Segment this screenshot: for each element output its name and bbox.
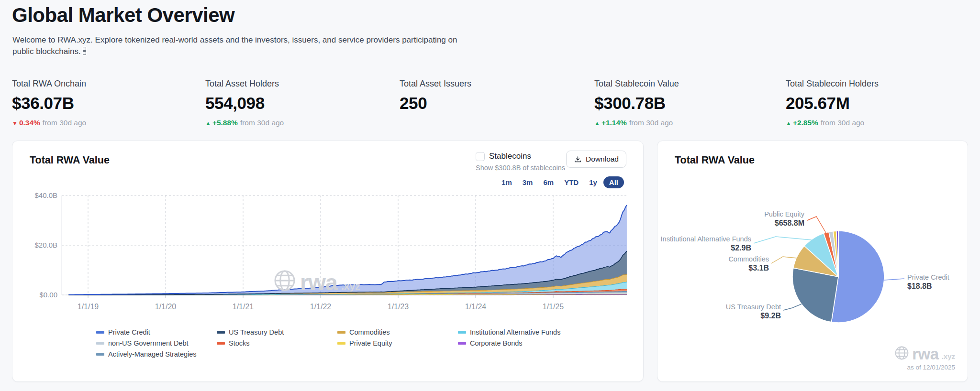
up-arrow-icon: ▲ [205, 120, 211, 127]
legend-swatch-icon [217, 342, 225, 345]
stat-delta: ▲+5.88% [205, 119, 238, 127]
stat-label: Total Asset Holders [205, 79, 397, 89]
legend-item: Private Credit [96, 328, 217, 336]
legend-label: Commodities [349, 328, 390, 336]
legend-label: Stocks [229, 339, 250, 347]
range-button-3m[interactable]: 3m [518, 176, 537, 188]
y-axis-tick: $40.0B [34, 191, 57, 199]
pie-label-name: US Treasury Debt [726, 303, 781, 311]
pie-card-title: Total RWA Value [675, 154, 755, 166]
pie-label-name: Private Credit [907, 273, 949, 281]
stat-value: 205.67M [786, 94, 977, 113]
pie-slice-private-credit [831, 231, 884, 323]
stat-total-asset-holders: Total Asset Holders 554,098 ▲+5.88%from … [205, 79, 397, 127]
legend-swatch-icon [96, 331, 104, 334]
stat-total-stablecoin-value: Total Stablecoin Value $300.78B ▲+1.14%f… [594, 79, 786, 127]
stat-total-stablecoin-holders: Total Stablecoin Holders 205.67M ▲+2.85%… [786, 79, 977, 127]
stat-delta-suffix: from 30d ago [629, 119, 673, 127]
stat-value: $300.78B [594, 94, 786, 113]
global-market-overview-page: Global Market Overview Welcome to RWA.xy… [0, 0, 980, 391]
up-arrow-icon: ▲ [594, 120, 600, 127]
legend-label: Institutional Alternative Funds [470, 328, 560, 336]
stat-total-rwa-onchain: Total RWA Onchain $36.07B ▼0.34%from 30d… [12, 79, 203, 127]
legend-item: Stocks [217, 339, 337, 347]
stat-label: Total Stablecoin Holders [786, 79, 977, 89]
up-arrow-icon: ▲ [786, 120, 791, 127]
legend-label: non-US Government Debt [108, 339, 189, 347]
download-icon [574, 155, 582, 163]
pie-slice-us-treasury-debt [792, 268, 838, 322]
x-axis-tick: 1/1/24 [465, 303, 487, 311]
legend-label: US Treasury Debt [229, 328, 284, 336]
total-rwa-value-chart-card: Total RWA Value Stablecoins Show $300.8B… [12, 141, 644, 382]
legend-item: Commodities [337, 328, 458, 336]
range-button-1m[interactable]: 1m [497, 176, 516, 188]
pie-label-value: $9.2B [760, 312, 781, 320]
legend-label: Private Credit [108, 328, 150, 336]
legend-swatch-icon [458, 331, 466, 334]
stats-row: Total RWA Onchain $36.07B ▼0.34%from 30d… [12, 79, 969, 131]
pie-label-value: $3.1B [748, 264, 769, 272]
range-buttons: 1m3m6mYTD1yAll [497, 176, 624, 188]
download-button[interactable]: Download [566, 151, 626, 168]
chart-card-title: Total RWA Value [30, 154, 110, 166]
page-subtitle: Welcome to RWA.xyz. Explore tokenized re… [12, 34, 457, 57]
stablecoins-subtext: Show $300.8B of stablecoins [476, 164, 565, 172]
pie-label-value: $2.9B [731, 244, 751, 252]
globe-icon [894, 346, 909, 360]
legend-swatch-icon [217, 331, 225, 334]
legend-swatch-icon [96, 353, 104, 356]
stablecoins-checkbox[interactable] [476, 152, 485, 161]
range-button-ytd[interactable]: YTD [560, 176, 583, 188]
stat-total-asset-issuers: Total Asset Issuers 250 [400, 79, 591, 113]
legend-item: Private Equity [337, 339, 458, 347]
stat-label: Total Asset Issuers [400, 79, 591, 89]
legend-label: Corporate Bonds [470, 339, 523, 347]
x-axis-tick: 1/1/20 [155, 303, 177, 311]
stat-delta: ▲+1.14% [594, 119, 627, 127]
legend-item: US Treasury Debt [217, 328, 337, 336]
legend-swatch-icon [337, 342, 345, 345]
stat-label: Total RWA Onchain [12, 79, 203, 89]
stablecoins-label: Stablecoins [489, 152, 531, 161]
rwa-watermark: rwa .xyz as of 12/01/2025 [894, 346, 955, 371]
legend-swatch-icon [96, 342, 104, 345]
stat-delta-suffix: from 30d ago [821, 119, 864, 127]
stablecoins-control: Stablecoins Show $300.8B of stablecoins [476, 152, 565, 172]
legend-item: Corporate Bonds [458, 339, 579, 347]
legend-label: Actively-Managed Strategies [108, 350, 197, 358]
stat-label: Total Stablecoin Value [594, 79, 786, 89]
stat-delta-suffix: from 30d ago [240, 119, 284, 127]
as-of-date: as of 12/01/2025 [894, 364, 955, 371]
pie-label-value: $658.8M [775, 219, 804, 227]
pie-label-name: Commodities [728, 255, 769, 263]
stat-value: 554,098 [205, 94, 397, 113]
down-arrow-icon: ▼ [12, 120, 18, 127]
area-chart: 1/1/191/1/201/1/211/1/221/1/231/1/241/1/… [27, 189, 631, 332]
range-button-1y[interactable]: 1y [585, 176, 601, 188]
subtitle-line-2: public blockchains. [12, 47, 81, 56]
watermark-suffix: .xyz [942, 352, 955, 360]
range-button-6m[interactable]: 6m [539, 176, 558, 188]
legend-label: Private Equity [349, 339, 392, 347]
legend-item: Institutional Alternative Funds [458, 328, 579, 336]
pie-label-value: $18.8B [907, 282, 932, 290]
total-rwa-value-pie-card: Private Credit$18.8BUS Treasury Debt$9.2… [657, 141, 968, 382]
x-axis-tick: 1/1/23 [388, 303, 409, 311]
y-axis-tick: $0.00 [39, 291, 57, 299]
x-axis-tick: 1/1/21 [233, 303, 254, 311]
stat-value: $36.07B [12, 94, 203, 113]
legend-swatch-icon [337, 331, 345, 334]
stat-value: 250 [400, 94, 591, 113]
watermark-text: rwa [912, 348, 938, 360]
pie-label-name: Institutional Alternative Funds [661, 235, 751, 243]
range-button-all[interactable]: All [603, 176, 624, 188]
y-axis-tick: $20.0B [34, 241, 57, 249]
chain-link-icon [83, 47, 86, 55]
legend-item: non-US Government Debt [96, 339, 217, 347]
stat-delta: ▲+2.85% [786, 119, 818, 127]
chart-legend: Private Creditnon-US Government DebtActi… [96, 328, 579, 358]
page-title: Global Market Overview [12, 4, 234, 27]
x-axis-tick: 1/1/22 [310, 303, 332, 311]
subtitle-line-1: Welcome to RWA.xyz. Explore tokenized re… [12, 34, 457, 46]
